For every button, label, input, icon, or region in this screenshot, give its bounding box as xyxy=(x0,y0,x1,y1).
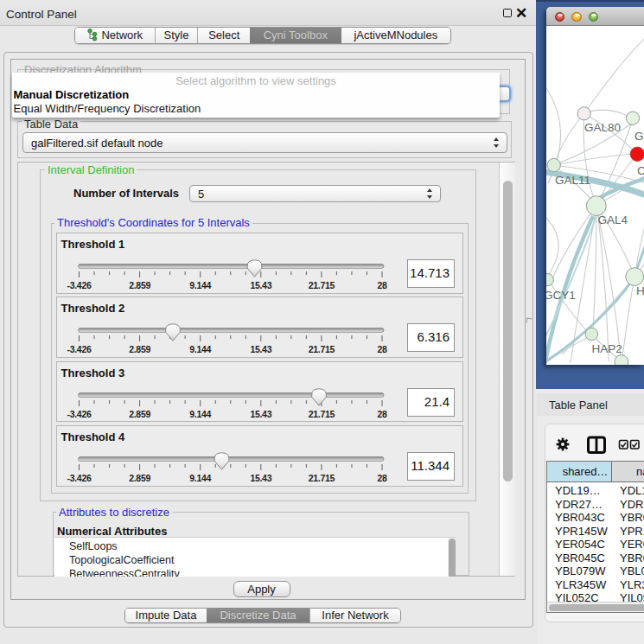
svg-text:C: C xyxy=(637,164,644,177)
svg-text:H: H xyxy=(636,284,644,297)
svg-text:GCY1: GCY1 xyxy=(546,289,576,302)
svg-text:GAL11: GAL11 xyxy=(555,174,590,187)
svg-text:GA: GA xyxy=(634,130,644,143)
svg-text:GAL80: GAL80 xyxy=(584,121,621,134)
svg-text:GAL4: GAL4 xyxy=(598,214,628,226)
svg-text:HAP2: HAP2 xyxy=(592,342,622,355)
